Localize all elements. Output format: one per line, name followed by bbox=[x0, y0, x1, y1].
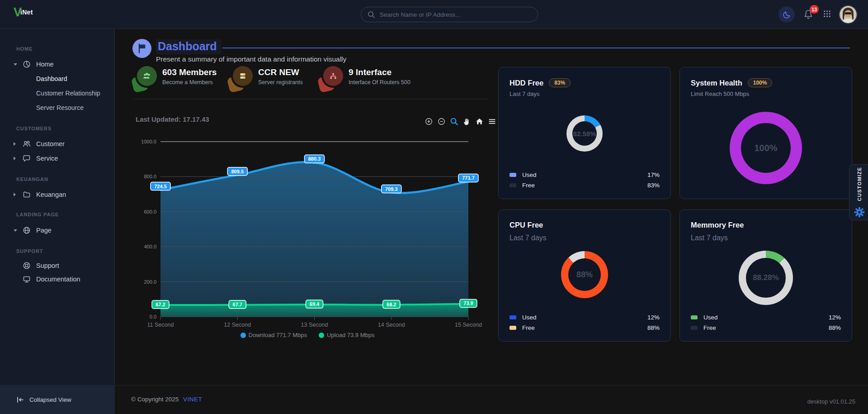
app-root: { "topbar": { "logo_mark": "V", "logo_te… bbox=[0, 0, 868, 414]
sidebar-item-label: Home bbox=[36, 61, 54, 68]
y-tick: 400.0 bbox=[144, 244, 156, 249]
card-title: System Health bbox=[691, 79, 742, 87]
svg-text:73.9: 73.9 bbox=[463, 300, 473, 306]
free-swatch-icon bbox=[691, 326, 698, 330]
svg-text:68.2: 68.2 bbox=[387, 302, 396, 307]
svg-text:67.2: 67.2 bbox=[156, 302, 165, 307]
sitemap-icon bbox=[319, 66, 344, 92]
apps-menu-button[interactable] bbox=[823, 10, 831, 20]
server-icon bbox=[228, 66, 254, 92]
section-landing-page: LANDING PAGE bbox=[16, 212, 59, 217]
upload-point-label: 67.2 bbox=[152, 300, 169, 309]
card-legend: Used 17% Free 83% bbox=[509, 170, 660, 190]
stat-value: CCR NEW bbox=[258, 67, 303, 77]
y-tick: 600.0 bbox=[144, 209, 156, 214]
collapse-sidebar-button[interactable]: Collapsed View bbox=[0, 385, 115, 414]
download-point-label: 880.3 bbox=[305, 155, 325, 163]
sidebar-item-label: Service bbox=[36, 155, 58, 162]
traffic-chart[interactable]: 1000.0 800.0 600.0 400.0 200.0 0.0 724.5… bbox=[127, 111, 488, 330]
caret-right-icon bbox=[14, 193, 16, 196]
x-label: 15 Second bbox=[455, 322, 482, 328]
sidebar-item-documentation[interactable]: Documentation bbox=[0, 272, 115, 286]
svg-text:709.3: 709.3 bbox=[385, 186, 398, 192]
flag-icon bbox=[137, 43, 147, 54]
y-tick: 800.0 bbox=[144, 174, 156, 179]
x-label: 13 Second bbox=[301, 322, 328, 328]
upload-point-label: 69.4 bbox=[306, 300, 323, 308]
sidebar-subitem-dashboard[interactable]: Dashboard bbox=[36, 72, 113, 86]
notification-badge: 13 bbox=[810, 5, 819, 14]
stat-caption: Interface Of Routers 500 bbox=[349, 79, 410, 86]
collapse-icon bbox=[16, 396, 24, 403]
pie-icon bbox=[23, 60, 31, 68]
main-footer: © Copyright 2025 VINET desktop v01.01.25 bbox=[115, 385, 868, 414]
moon-icon bbox=[783, 10, 791, 19]
folder-icon bbox=[23, 190, 31, 199]
caret-down-icon bbox=[14, 229, 17, 232]
logo-text: iNet bbox=[20, 9, 33, 16]
sidebar-item-customer[interactable]: Customer bbox=[0, 137, 115, 151]
sidebar-item-service[interactable]: Service bbox=[0, 152, 115, 165]
search-input[interactable] bbox=[380, 11, 524, 18]
user-avatar[interactable] bbox=[840, 6, 857, 23]
card-legend: Used 12% Free 88% bbox=[509, 312, 660, 333]
card-title: Memmory Free bbox=[691, 221, 744, 229]
upload-point-label: 73.9 bbox=[460, 299, 477, 307]
donut-center-value: 88% bbox=[561, 251, 608, 298]
sidebar-item-keuangan[interactable]: Keuangan bbox=[0, 188, 115, 201]
sidebar-item-support[interactable]: Support bbox=[0, 259, 115, 272]
card-memory-free: Memmory Free Last 7 days 88.28% Used 12%… bbox=[679, 209, 852, 342]
sidebar-item-label: Support bbox=[36, 262, 59, 269]
card-subtitle: Last 7 days bbox=[509, 234, 660, 242]
stat-caption: Server registrants bbox=[258, 79, 303, 86]
chart-legend: Download 771.7 Mbps Upload 73.9 Mbps bbox=[127, 332, 488, 338]
sidebar-item-page[interactable]: Page bbox=[0, 224, 115, 237]
menu-icon[interactable] bbox=[487, 117, 496, 126]
hdd-donut-chart: 82.58% bbox=[566, 115, 603, 152]
app-logo[interactable]: V iNet bbox=[14, 6, 33, 18]
app-version: desktop v01.01.25 bbox=[807, 398, 855, 405]
page-subtitle: Present a summary of important data and … bbox=[156, 55, 346, 63]
sidebar-subitem-customer-relationship[interactable]: Customer Relationship bbox=[36, 86, 113, 100]
collapse-label: Collapsed View bbox=[29, 396, 71, 403]
caret-right-icon bbox=[14, 157, 16, 160]
x-label: 14 Second bbox=[378, 322, 405, 328]
legend-upload[interactable]: Upload 73.9 Mbps bbox=[319, 332, 375, 338]
customize-drawer-button[interactable]: CUSTOMIZE bbox=[849, 164, 868, 220]
stat-caption: Become a Members bbox=[162, 79, 217, 86]
brand-link[interactable]: VINET bbox=[183, 396, 202, 403]
system-health-donut-chart: 100% bbox=[730, 112, 802, 184]
svg-text:771.7: 771.7 bbox=[462, 175, 475, 181]
users-icon bbox=[23, 140, 31, 148]
status-badge: 83% bbox=[549, 78, 571, 87]
download-point-label: 771.7 bbox=[458, 174, 478, 182]
stat-members: 603 Members Become a Members bbox=[132, 66, 217, 92]
notifications-button[interactable]: 13 bbox=[803, 8, 815, 21]
card-subtitle: Last 7 days bbox=[691, 234, 841, 242]
donut-center-value: 100% bbox=[730, 112, 802, 184]
y-tick: 0.0 bbox=[150, 314, 156, 319]
svg-text:69.4: 69.4 bbox=[310, 301, 320, 307]
sidebar-item-label: Keuangan bbox=[36, 191, 66, 198]
sidebar-item-home[interactable]: Home bbox=[0, 57, 115, 71]
legend-download[interactable]: Download 771.7 Mbps bbox=[241, 332, 307, 338]
svg-text:809.5: 809.5 bbox=[231, 169, 244, 174]
card-cpu-free: CPU Free Last 7 days 88% Used 12% Free 8… bbox=[498, 209, 671, 342]
used-swatch-icon bbox=[509, 173, 516, 177]
y-tick: 200.0 bbox=[144, 279, 156, 285]
sidebar: HOME Home Dashboard Customer Relationshi… bbox=[0, 29, 115, 385]
caret-down-icon bbox=[14, 63, 17, 66]
upload-point-label: 68.2 bbox=[383, 300, 400, 309]
global-search[interactable] bbox=[361, 7, 538, 22]
sidebar-subitem-server-resource[interactable]: Server Resource bbox=[36, 101, 113, 114]
dark-mode-toggle[interactable] bbox=[778, 6, 795, 23]
section-customers: CUSTOMERS bbox=[16, 126, 52, 131]
gear-icon[interactable] bbox=[854, 207, 865, 218]
memory-donut-chart: 88.28% bbox=[739, 251, 793, 305]
donut-center-value: 88.28% bbox=[739, 251, 793, 305]
globe-icon bbox=[23, 226, 31, 234]
topbar: V iNet 13 bbox=[0, 0, 868, 29]
stat-value: 603 Members bbox=[162, 67, 217, 77]
sidebar-item-label: Documentation bbox=[36, 276, 80, 283]
cpu-donut-chart: 88% bbox=[561, 251, 608, 298]
